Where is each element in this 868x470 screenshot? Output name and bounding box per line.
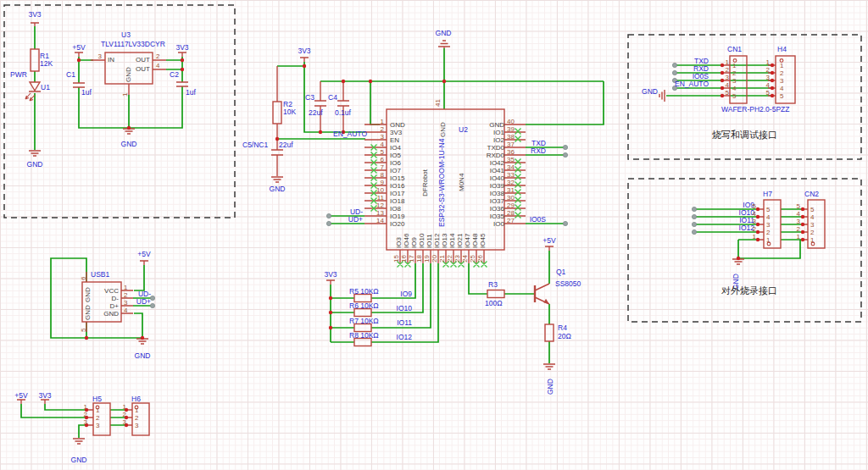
cn1-pin-num[interactable]: 2 — [710, 66, 729, 74]
cap-c1-c2 — [73, 82, 188, 87]
h6-pin-num[interactable]: 2 — [120, 411, 126, 418]
resistor-r4 — [545, 324, 554, 341]
c1-value: 1uf — [81, 89, 92, 97]
cn1-pin-num[interactable]: 4 — [710, 81, 729, 89]
cn1-part: WAFER-PH2.0-5PZZ — [721, 106, 789, 113]
power-section-frame — [4, 5, 235, 218]
net-label-udp-esp: UD+ — [342, 216, 363, 224]
esp32-bottom-pin-num[interactable]: 20 — [431, 255, 438, 263]
pullup-resistor-label[interactable]: R7 10KΩ — [349, 318, 379, 325]
esp32-pin41-name: GND — [439, 122, 447, 137]
u1-ref: U1 — [41, 84, 50, 91]
wire-pullups — [331, 263, 438, 342]
esp32-bottom-pin-num[interactable]: 26 — [476, 255, 484, 263]
net-label-5v-h5: +5V — [12, 392, 31, 400]
gnd-label-q1: GND — [547, 379, 554, 395]
esp32-bottom-pin-name: IO48 — [471, 234, 479, 248]
c5-ref: C5/NC1 — [242, 141, 268, 149]
cn1-pin-num[interactable]: 3 — [710, 74, 729, 81]
esp32-bottom-pin-num[interactable]: 15 — [392, 255, 400, 263]
cn2-pin-num[interactable]: 5 — [793, 202, 800, 210]
cn2-pin-name: 4 — [810, 213, 814, 221]
h5-pin-name: 2 — [96, 414, 99, 422]
esp32-bottom-pin-name: IO11 — [426, 234, 433, 248]
cn1-pin-num[interactable]: 5 — [710, 89, 729, 97]
r1-value: 12K — [40, 60, 53, 68]
esp32-bottom-pin-num[interactable]: 24 — [461, 255, 469, 263]
esp32-bottom-pin-num[interactable]: 17 — [408, 255, 415, 263]
h4-pin-num[interactable]: 3 — [763, 74, 770, 81]
h7-pin-num[interactable]: 2 — [749, 225, 756, 233]
esp32-bottom-pin-num[interactable]: 25 — [469, 255, 476, 263]
u3-gnd-name: GND — [125, 67, 132, 82]
prog-section-title: 对外烧录接口 — [721, 285, 777, 296]
cn2-pin-num[interactable]: 3 — [793, 218, 800, 225]
h6-pin-name: 3 — [135, 422, 138, 429]
h5-ref: H5 — [92, 395, 102, 403]
cn1-pin-name: 1 — [732, 62, 736, 69]
gnd-label-reg: GND — [120, 141, 138, 148]
net-label-5v-usb: +5V — [135, 251, 153, 258]
cn2-pin-name: 5 — [810, 206, 814, 213]
c5-value: 22uf — [279, 141, 293, 149]
h6-pin-num[interactable]: 1 — [120, 403, 126, 411]
c2-ref: C2 — [170, 71, 179, 79]
gnd-label-c5: GND — [268, 185, 287, 193]
h4-pin-num[interactable]: 4 — [763, 81, 770, 89]
h4-pin-num[interactable]: 1 — [763, 58, 770, 66]
esp32-bottom-pin-name: IO45 — [479, 234, 487, 248]
gnd-esp-top-inverted — [438, 41, 450, 48]
net-label-udp-usb: UD+ — [131, 298, 151, 306]
h6-ref: H6 — [131, 395, 141, 403]
cn2-pin-num[interactable]: 4 — [793, 210, 800, 218]
u3-out1-name: OUT — [126, 56, 150, 64]
usb-pin6-num: 6 — [80, 277, 87, 280]
h5-pin-num[interactable]: 3 — [81, 418, 87, 426]
esp32-bottom-pin-num[interactable]: 22 — [446, 255, 453, 263]
h5-pin-name: 1 — [96, 406, 99, 414]
gnd-driver — [543, 364, 555, 369]
c4-ref: C4 — [328, 94, 337, 102]
h6-pin-num[interactable]: 3 — [120, 418, 126, 426]
schematic-canvas[interactable]: 3V3 R1 12K PWR U1 GND U3 TLV1117LV33DCYR… — [0, 0, 868, 470]
resistor-r1 — [31, 49, 39, 71]
h6-pin-name: 2 — [135, 414, 138, 422]
pullup-resistor-label[interactable]: R5 10KΩ — [349, 288, 379, 296]
h7-pin-num[interactable]: 5 — [749, 202, 756, 210]
h7-pin-num[interactable]: 1 — [749, 233, 756, 241]
c3-ref: C3 — [305, 94, 314, 102]
esp32-bottom-pin-num[interactable]: 16 — [400, 255, 408, 263]
cn2-pin-name: 2 — [810, 229, 814, 236]
h7-pin-num[interactable]: 4 — [749, 210, 756, 218]
esp32-bottom-pin-num[interactable]: 19 — [423, 255, 431, 263]
net-label-3v3-reg: 3V3 — [173, 44, 192, 52]
h5-pin-num[interactable]: 1 — [81, 403, 87, 411]
esp32-bottom-pin-num[interactable]: 18 — [415, 255, 423, 263]
h4-pin-num[interactable]: 2 — [763, 66, 770, 74]
h5-pin-name: 3 — [96, 422, 99, 429]
h4-pin-name: 4 — [780, 85, 783, 92]
h4-ref: H4 — [777, 46, 787, 53]
h7-pin-num[interactable]: 3 — [749, 218, 756, 225]
r4-value: 20Ω — [558, 333, 571, 340]
debug-section-title: 烧写和调试接口 — [712, 130, 777, 140]
pullup-resistor-label[interactable]: R6 10KΩ — [349, 302, 379, 310]
usb-ref: USB1 — [91, 271, 109, 279]
c3-value: 22uf — [309, 109, 323, 117]
net-label-rxd: RXD — [526, 147, 546, 155]
h4-pin-num[interactable]: 5 — [763, 89, 770, 97]
pullup-resistor-label[interactable]: R8 10KΩ — [349, 332, 379, 340]
cn2-pin-num[interactable]: 1 — [793, 233, 800, 241]
cn2-pin-num[interactable]: 2 — [793, 225, 800, 233]
cn1-pin-num[interactable]: 1 — [710, 58, 729, 66]
esp32-bottom-pin-name: IO10 — [418, 234, 426, 248]
esp32-bottom-pin-num[interactable]: 23 — [453, 255, 461, 263]
q1-emitter-arrow — [544, 299, 550, 304]
esp32-bottom-pin-name: IO47 — [464, 234, 471, 248]
h4-pin-name: 3 — [780, 77, 783, 85]
esp32-bottom-pin-num[interactable]: 21 — [438, 255, 446, 263]
net-label-en-auto: EN_AUTO — [333, 130, 367, 138]
c2-value: 1uf — [186, 89, 196, 97]
h5-pin-num[interactable]: 2 — [81, 411, 87, 418]
gnd-label-h5: GND — [70, 456, 88, 464]
